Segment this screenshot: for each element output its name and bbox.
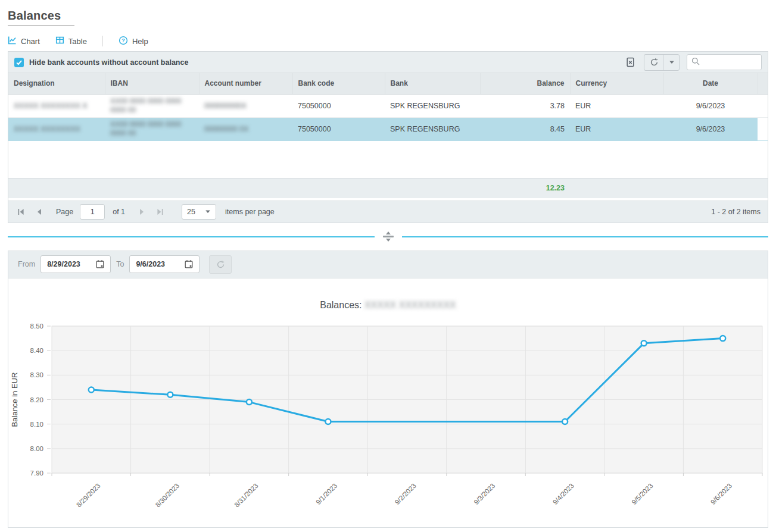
pager-range-label: 1 - 2 of 2 items (711, 208, 763, 216)
x-axis-label: 9/1/2023 (314, 481, 338, 505)
export-excel-button[interactable] (624, 56, 637, 68)
data-point-marker[interactable] (167, 392, 173, 397)
page-number-input[interactable] (80, 204, 105, 220)
title-underline (8, 25, 74, 26)
from-date-input[interactable] (41, 260, 91, 268)
data-point-marker[interactable] (641, 340, 647, 346)
to-date-picker (129, 255, 200, 273)
to-date-input[interactable] (130, 260, 180, 268)
page-size-select[interactable]: 25 (182, 204, 216, 220)
refresh-icon (216, 260, 225, 269)
help-icon: ? (119, 36, 128, 47)
row-scrollbar-spacer (758, 118, 768, 141)
tab-chart[interactable]: Chart (8, 36, 40, 46)
tab-table-label: Table (68, 37, 87, 46)
cell-bank: SPK REGENSBURG (385, 95, 480, 118)
line-chart-icon (8, 36, 17, 46)
splitter-handle-icon[interactable] (375, 231, 402, 242)
cell-account-number-redacted: 000000000X (204, 102, 247, 110)
column-header-iban[interactable]: IBAN (105, 73, 199, 94)
pager-last-button[interactable] (152, 204, 168, 220)
y-axis-label: 8.10 (30, 420, 43, 427)
y-axis-title: Balance in EUR (10, 372, 19, 427)
x-axis-label: 9/4/2023 (551, 481, 575, 505)
column-header-date[interactable]: Date (663, 73, 758, 94)
x-axis-label: 8/30/2023 (154, 481, 181, 508)
search-icon (691, 57, 700, 68)
grid-refresh-button[interactable] (644, 55, 663, 70)
column-header-currency[interactable]: Currency (570, 73, 663, 94)
pager: Page of 1 25 items per page 1 - 2 of 2 i… (8, 201, 768, 223)
search-input[interactable] (703, 58, 757, 67)
chart-panel: From To (8, 251, 768, 528)
pager-first-button[interactable] (13, 204, 29, 220)
pager-next-button[interactable] (134, 204, 149, 220)
y-axis-label: 8.30 (30, 371, 43, 378)
data-point-marker[interactable] (720, 336, 725, 341)
column-header-account-number[interactable]: Account number (199, 73, 292, 94)
hide-accounts-checkbox[interactable]: Hide bank accounts without account balan… (14, 58, 188, 67)
data-point-marker[interactable] (562, 419, 568, 424)
y-axis-label: 7.90 (30, 470, 43, 477)
grid-toolbar-right (624, 54, 762, 71)
chart-title-account-redacted: XXXXX XXXXXXXXX (364, 300, 456, 310)
table-row[interactable]: XXXXX XXXXXXXX X XX00 0000 0000 0000 000… (8, 95, 768, 118)
cell-bank-code: 75050000 (292, 95, 385, 118)
to-calendar-button[interactable] (180, 256, 198, 273)
data-point-marker[interactable] (247, 399, 252, 405)
tabstrip: Chart Table ? Help (8, 33, 768, 49)
cell-iban-redacted: XX00 0000 0000 0000 0000 00 (110, 97, 181, 114)
x-axis-label: 9/5/2023 (630, 481, 654, 505)
column-header-balance[interactable]: Balance (480, 73, 570, 94)
tab-help[interactable]: ? Help (119, 36, 148, 47)
x-axis-label: 8/31/2023 (233, 481, 260, 508)
cell-balance: 8.45 (480, 118, 570, 141)
table-row-selected[interactable]: XXXXX XXXXXXXX XX00 0000 0000 0000 0000 … (8, 118, 768, 141)
scrollbar-spacer (758, 73, 768, 94)
pager-previous-button[interactable] (32, 204, 47, 220)
column-header-bank-code[interactable]: Bank code (292, 73, 385, 94)
y-axis-label: 8.20 (30, 396, 43, 403)
sum-row: 12.23 (8, 179, 768, 198)
from-calendar-button[interactable] (91, 256, 109, 273)
checkbox-checked-icon[interactable] (14, 58, 24, 67)
cell-bank: SPK REGENSBURG (385, 118, 480, 141)
tab-table[interactable]: Table (55, 36, 87, 46)
page-of-label: of 1 (113, 208, 125, 216)
y-axis-label: 8.00 (30, 445, 43, 452)
data-point-marker[interactable] (325, 419, 331, 424)
balances-grid: Hide bank accounts without account balan… (8, 51, 768, 223)
cell-designation-redacted: XXXXX XXXXXXXX X (14, 102, 88, 110)
tab-separator (102, 36, 103, 46)
tab-help-label: Help (132, 37, 148, 46)
refresh-options-caret[interactable] (663, 55, 679, 70)
cell-date: 9/6/2023 (663, 95, 758, 118)
balance-chart: Balances: XXXXX XXXXXXXXX 7.908.008.108.… (8, 300, 768, 527)
page-title: Balances (8, 8, 768, 23)
tab-chart-label: Chart (21, 37, 40, 46)
x-axis-label: 9/6/2023 (709, 481, 733, 505)
x-axis-label: 9/3/2023 (472, 481, 496, 505)
line-chart-canvas: 7.908.008.108.208.308.408.508/29/20238/3… (8, 315, 768, 527)
cell-currency: EUR (570, 95, 663, 118)
data-point-marker[interactable] (89, 387, 94, 392)
table-empty-area (8, 141, 768, 178)
cell-date: 9/6/2023 (663, 118, 758, 141)
panel-splitter[interactable] (8, 223, 768, 251)
row-scrollbar-spacer (758, 95, 768, 118)
cell-account-number-redacted: 00000000 0X (204, 125, 248, 133)
date-filter-bar: From To (8, 251, 768, 278)
y-axis-label: 8.50 (30, 323, 43, 330)
page-size-value: 25 (187, 208, 195, 216)
search-box (687, 54, 762, 70)
from-date-picker (40, 255, 111, 273)
calendar-icon (95, 259, 105, 269)
chart-title: Balances: XXXXX XXXXXXXXX (8, 300, 768, 315)
column-header-bank[interactable]: Bank (385, 73, 480, 94)
column-header-designation[interactable]: Designation (8, 73, 105, 94)
balance-sum: 12.23 (480, 179, 570, 198)
grid-toolbar: Hide bank accounts without account balan… (8, 52, 768, 73)
svg-text:?: ? (121, 37, 125, 43)
chart-refresh-button[interactable] (209, 255, 232, 274)
y-axis-label: 8.40 (30, 347, 43, 354)
